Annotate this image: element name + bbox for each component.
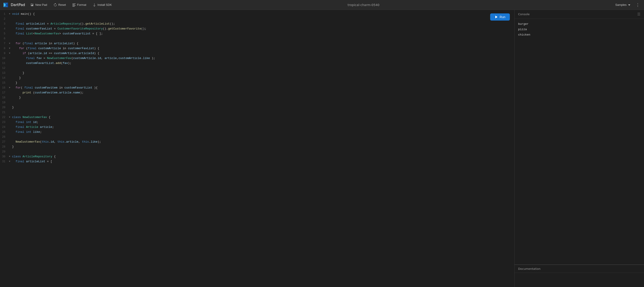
table-row: 3 final articleList = ArticleRepository(… bbox=[0, 22, 514, 26]
line-number: 20 bbox=[0, 105, 9, 110]
code-line-content bbox=[12, 110, 14, 115]
code-line-content: final articleList = ArticleRepository().… bbox=[12, 22, 115, 26]
code-line-content: } bbox=[12, 71, 24, 76]
table-row: 16▼ for( final customFavitem in customFa… bbox=[0, 86, 514, 90]
line-number: 12 bbox=[0, 66, 9, 71]
line-number: 10 bbox=[0, 56, 9, 61]
new-pad-icon bbox=[30, 3, 34, 7]
code-line-content: class NewCustomerFav { bbox=[12, 115, 50, 120]
table-row: 6 bbox=[0, 36, 514, 41]
table-row: 10 final fav = NewCustomerFav(customArti… bbox=[0, 56, 514, 61]
code-line-content bbox=[12, 36, 14, 41]
reset-icon bbox=[54, 3, 57, 7]
code-line-content: class ArticleRepository { bbox=[12, 154, 56, 159]
line-number: 17 bbox=[0, 90, 9, 95]
code-line-content: final articleList = [ bbox=[12, 159, 52, 164]
run-label: Run bbox=[500, 15, 505, 19]
console-output: burgerpizzachicken bbox=[514, 19, 644, 264]
table-row: 30▼class ArticleRepository { bbox=[0, 154, 514, 159]
new-pad-button[interactable]: New Pad bbox=[28, 2, 50, 8]
line-number: 27 bbox=[0, 140, 9, 144]
table-row: 4 final customerFavList = CustomerFavori… bbox=[0, 26, 514, 31]
table-row: 1▼void main() { bbox=[0, 12, 514, 16]
line-number: 30 bbox=[0, 154, 9, 159]
fold-indicator: ▼ bbox=[9, 115, 12, 120]
line-number: 7 bbox=[0, 41, 9, 46]
code-line-content bbox=[12, 149, 14, 154]
run-button-container: Run bbox=[490, 14, 510, 20]
code-line-content: if (article.id == customArticle.articleI… bbox=[12, 51, 99, 56]
table-row: 27 NewCustomerFav(this.id, this.article,… bbox=[0, 140, 514, 144]
table-row: 24 final Article article; bbox=[0, 125, 514, 130]
line-number: 26 bbox=[0, 134, 9, 140]
table-row: 22▼class NewCustomerFav { bbox=[0, 115, 514, 120]
table-row: 25 final int like; bbox=[0, 130, 514, 134]
line-number: 8 bbox=[0, 46, 9, 51]
fold-indicator: ▼ bbox=[9, 12, 12, 16]
svg-marker-3 bbox=[495, 16, 498, 18]
right-panel: Console ☰ burgerpizzachicken Documentati… bbox=[514, 10, 644, 287]
code-line-content: for( final customFavitem in customFavart… bbox=[12, 86, 98, 90]
fold-indicator: ▼ bbox=[9, 159, 12, 164]
line-number: 4 bbox=[0, 26, 9, 31]
format-button[interactable]: Format bbox=[70, 2, 89, 8]
code-line-content: void main() { bbox=[12, 12, 35, 16]
table-row: 17 print (customFavitem.article.name); bbox=[0, 90, 514, 95]
line-number: 3 bbox=[0, 22, 9, 26]
code-line-content: print (customFavitem.article.name); bbox=[12, 90, 84, 95]
fold-indicator: ▼ bbox=[9, 154, 12, 159]
table-row: 26 bbox=[0, 134, 514, 140]
install-sdk-button[interactable]: Install SDK bbox=[90, 2, 114, 8]
table-row: 28 } bbox=[0, 144, 514, 149]
main-content: 1▼void main() {2 3 final articleList = A… bbox=[0, 10, 644, 287]
code-line-content: } bbox=[12, 76, 21, 80]
format-icon bbox=[72, 3, 76, 7]
more-menu-button[interactable]: ⋮ bbox=[634, 1, 641, 8]
console-line: chicken bbox=[518, 32, 640, 38]
code-line-content: final fav = NewCustomerFav(customArticle… bbox=[12, 56, 155, 61]
logo-text: DartPad bbox=[11, 3, 25, 7]
code-line-content bbox=[12, 66, 14, 71]
code-line-content: customFavartList.add(fav); bbox=[12, 61, 71, 66]
line-number: 19 bbox=[0, 100, 9, 105]
line-number: 14 bbox=[0, 76, 9, 80]
header-center: tropical-charm-0540 bbox=[116, 3, 612, 7]
line-number: 1 bbox=[0, 12, 9, 16]
code-line-content: for (final article in articleList) { bbox=[12, 41, 78, 46]
fold-indicator: ▼ bbox=[9, 41, 12, 46]
table-row: 7▼ for (final article in articleList) { bbox=[0, 41, 514, 46]
table-row: 8▼ for (final customArticle in customerF… bbox=[0, 46, 514, 51]
line-number: 5 bbox=[0, 31, 9, 36]
console-panel: Console ☰ burgerpizzachicken bbox=[514, 10, 644, 265]
fold-indicator: ▼ bbox=[9, 51, 12, 56]
line-number: 22 bbox=[0, 115, 9, 120]
table-row: 5 final List<NewCustomerFav> customFavar… bbox=[0, 31, 514, 36]
line-number: 13 bbox=[0, 71, 9, 76]
console-menu-icon[interactable]: ☰ bbox=[637, 12, 640, 16]
editor-panel: 1▼void main() {2 3 final articleList = A… bbox=[0, 10, 514, 287]
code-line-content: NewCustomerFav(this.id, this.article, th… bbox=[12, 140, 101, 144]
table-row: 14 } bbox=[0, 76, 514, 80]
line-number: 23 bbox=[0, 120, 9, 125]
line-number: 9 bbox=[0, 51, 9, 56]
play-icon bbox=[495, 16, 498, 18]
code-line-content: final customerFavList = CustomerFavorite… bbox=[12, 26, 146, 31]
line-number: 29 bbox=[0, 149, 9, 154]
table-row: 15 } bbox=[0, 80, 514, 86]
run-button[interactable]: Run bbox=[490, 14, 510, 20]
line-number: 21 bbox=[0, 110, 9, 115]
code-line-content: } bbox=[12, 95, 21, 100]
code-line-content bbox=[12, 100, 14, 105]
table-row: 9▼ if (article.id == customArticle.artic… bbox=[0, 51, 514, 56]
install-sdk-icon bbox=[92, 3, 96, 7]
docs-panel: Documentation bbox=[514, 265, 644, 287]
line-number: 18 bbox=[0, 95, 9, 100]
table-row: 13 } bbox=[0, 71, 514, 76]
samples-button[interactable]: Samples bbox=[612, 2, 633, 8]
table-row: 2 bbox=[0, 16, 514, 22]
code-line-content: } bbox=[12, 80, 17, 86]
reset-button[interactable]: Reset bbox=[51, 2, 69, 8]
line-number: 11 bbox=[0, 61, 9, 66]
table-row: 18 } bbox=[0, 95, 514, 100]
code-editor[interactable]: 1▼void main() {2 3 final articleList = A… bbox=[0, 10, 514, 287]
